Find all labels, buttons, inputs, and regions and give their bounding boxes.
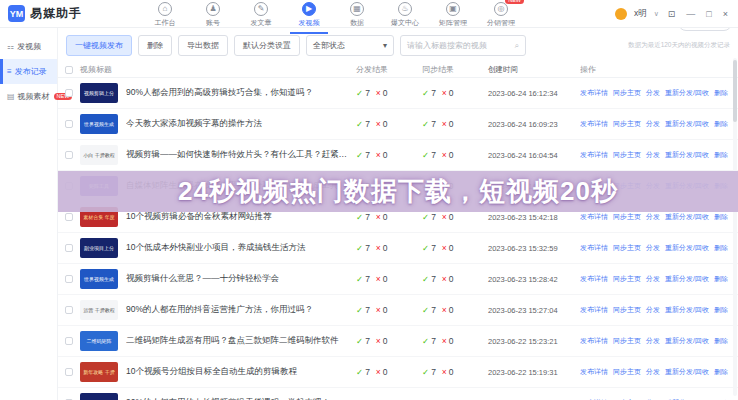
maximize-icon[interactable]: □ xyxy=(704,9,713,19)
op-link-3[interactable]: 重新分发/回收 xyxy=(665,274,709,284)
select-all-checkbox[interactable] xyxy=(65,66,73,74)
op-link-2[interactable]: 分发 xyxy=(646,212,660,222)
op-link-0[interactable]: 发布详情 xyxy=(580,367,608,377)
op-link-2[interactable]: 分发 xyxy=(646,243,660,253)
video-thumbnail[interactable]: 小白 干货教程 xyxy=(80,145,118,165)
op-link-1[interactable]: 同步主页 xyxy=(613,336,641,346)
video-title[interactable]: 二维码矩阵生成器有用吗？盘点三款矩阵二维码制作软件 xyxy=(126,335,356,347)
op-link-1[interactable]: 同步主页 xyxy=(613,367,641,377)
op-link-4[interactable]: 删除 xyxy=(714,305,728,315)
video-title[interactable]: 今天教大家添加视频字幕的操作方法 xyxy=(126,118,356,130)
op-link-3[interactable]: 重新分发/回收 xyxy=(665,119,709,129)
video-thumbnail[interactable]: 视频剪辑上分 xyxy=(80,83,118,103)
op-link-4[interactable]: 删除 xyxy=(714,119,728,129)
op-link-4[interactable]: 删除 xyxy=(714,336,728,346)
toolbar-button-3[interactable]: 默认分类设置 xyxy=(234,35,300,56)
op-link-1[interactable]: 同步主页 xyxy=(613,150,641,160)
help-center-button[interactable]: ✓ 帮助中心 xyxy=(678,28,732,31)
nav-item-7[interactable]: ◎分销管理NEW xyxy=(484,0,518,28)
op-link-4[interactable]: 删除 xyxy=(714,243,728,253)
theme-icon[interactable]: ⊡ xyxy=(666,9,678,19)
op-link-4[interactable]: 删除 xyxy=(714,150,728,160)
nav-item-1[interactable]: ♟账号 xyxy=(196,0,230,28)
nav-item-0[interactable]: ⌂工作台 xyxy=(148,0,182,28)
op-link-0[interactable]: 发布详情 xyxy=(580,212,608,222)
user-name[interactable]: x明 xyxy=(634,8,647,20)
video-title[interactable]: 90%人都会用到的高级剪辑技巧合集，你知道吗？ xyxy=(126,87,356,99)
video-thumbnail[interactable]: 新年攻略 干货 xyxy=(80,362,118,382)
nav-item-2[interactable]: ✎发文章 xyxy=(244,0,278,28)
row-checkbox[interactable] xyxy=(65,244,73,252)
video-title[interactable]: 10个低成本外快副业小项目，养成搞钱生活方法 xyxy=(126,242,356,254)
video-thumbnail[interactable]: 视频剪辑上分 xyxy=(80,393,118,400)
op-link-2[interactable]: 分发 xyxy=(646,119,660,129)
close-icon[interactable]: × xyxy=(721,9,730,19)
nav-item-4[interactable]: ▦数据 xyxy=(340,0,374,28)
op-link-2[interactable]: 分发 xyxy=(646,305,660,315)
video-title[interactable]: 10个视频剪辑必备的金秋素材网站推荐 xyxy=(126,211,356,223)
video-thumbnail[interactable]: 副业项目上分 xyxy=(80,238,118,258)
avatar[interactable] xyxy=(615,8,627,20)
op-link-3[interactable]: 重新分发/回收 xyxy=(665,243,709,253)
op-link-1[interactable]: 同步主页 xyxy=(613,274,641,284)
op-link-0[interactable]: 发布详情 xyxy=(580,336,608,346)
chevron-down-icon[interactable]: ∨ xyxy=(654,10,659,18)
op-link-0[interactable]: 发布详情 xyxy=(580,305,608,315)
nav-item-5[interactable]: ♨爆文中心 xyxy=(388,0,422,28)
minimize-icon[interactable]: — xyxy=(684,9,697,19)
op-link-1[interactable]: 同步主页 xyxy=(613,88,641,98)
nav-item-3[interactable]: ▶发视频 xyxy=(292,0,326,28)
search-input[interactable]: 请输入标题搜索的视频 ⌕ xyxy=(400,35,526,56)
video-title[interactable]: 10个视频号分组按目标全自动生成的剪辑教程 xyxy=(126,366,356,378)
row-checkbox[interactable] xyxy=(65,120,73,128)
toolbar-button-2[interactable]: 导出数据 xyxy=(178,35,228,56)
scrollbar-track[interactable] xyxy=(733,58,737,396)
op-link-3[interactable]: 重新分发/回收 xyxy=(665,150,709,160)
video-thumbnail[interactable]: 运营 干货教程 xyxy=(80,300,118,320)
status-filter-select[interactable]: 全部状态 ▾ xyxy=(306,35,394,56)
row-checkbox[interactable] xyxy=(65,368,73,376)
row-checkbox[interactable] xyxy=(65,213,73,221)
sidebar-item-2[interactable]: ▤视频素材NEW xyxy=(0,84,57,109)
row-checkbox[interactable] xyxy=(65,89,73,97)
video-title[interactable]: 视频剪辑——如何快速制作特效片头？有什么工具？赶紧知道 xyxy=(126,149,356,161)
row-checkbox[interactable] xyxy=(65,275,73,283)
op-link-1[interactable]: 同步主页 xyxy=(613,305,641,315)
op-link-4[interactable]: 删除 xyxy=(714,367,728,377)
op-link-3[interactable]: 重新分发/回收 xyxy=(665,88,709,98)
op-link-3[interactable]: 重新分发/回收 xyxy=(665,367,709,377)
op-link-0[interactable]: 发布详情 xyxy=(580,119,608,129)
op-link-1[interactable]: 同步主页 xyxy=(613,119,641,129)
toolbar-button-0[interactable]: 一键视频发布 xyxy=(66,35,132,56)
op-link-2[interactable]: 分发 xyxy=(646,274,660,284)
op-link-3[interactable]: 重新分发/回收 xyxy=(665,336,709,346)
sidebar-item-0[interactable]: ⚏发视频 xyxy=(0,34,57,59)
nav-item-6[interactable]: ▣矩阵管理 xyxy=(436,0,470,28)
video-thumbnail[interactable]: 二维码矩阵 xyxy=(80,331,118,351)
op-link-3[interactable]: 重新分发/回收 xyxy=(665,212,709,222)
video-thumbnail[interactable]: 世界视频生成 xyxy=(80,269,118,289)
row-checkbox[interactable] xyxy=(65,151,73,159)
video-thumbnail[interactable]: 世界视频生成 xyxy=(80,114,118,134)
toolbar-button-1[interactable]: 删除 xyxy=(138,35,172,56)
op-link-0[interactable]: 发布详情 xyxy=(580,274,608,284)
sidebar-item-1[interactable]: ≡发布记录 xyxy=(0,59,57,84)
op-link-4[interactable]: 删除 xyxy=(714,88,728,98)
op-link-3[interactable]: 重新分发/回收 xyxy=(665,305,709,315)
op-link-1[interactable]: 同步主页 xyxy=(613,212,641,222)
scrollbar-thumb[interactable] xyxy=(733,60,737,122)
op-link-2[interactable]: 分发 xyxy=(646,150,660,160)
op-link-1[interactable]: 同步主页 xyxy=(613,243,641,253)
video-title[interactable]: 视频剪辑什么意思？——十分钟轻松学会 xyxy=(126,273,356,285)
op-link-2[interactable]: 分发 xyxy=(646,88,660,98)
op-link-0[interactable]: 发布详情 xyxy=(580,150,608,160)
op-link-4[interactable]: 删除 xyxy=(714,212,728,222)
row-checkbox[interactable] xyxy=(65,337,73,345)
row-checkbox[interactable] xyxy=(65,306,73,314)
op-link-0[interactable]: 发布详情 xyxy=(580,88,608,98)
op-link-2[interactable]: 分发 xyxy=(646,336,660,346)
op-link-4[interactable]: 删除 xyxy=(714,274,728,284)
op-link-2[interactable]: 分发 xyxy=(646,367,660,377)
video-title[interactable]: 90%的人都在用的抖音运营推广方法，你用过吗？ xyxy=(126,304,356,316)
op-link-0[interactable]: 发布详情 xyxy=(580,243,608,253)
